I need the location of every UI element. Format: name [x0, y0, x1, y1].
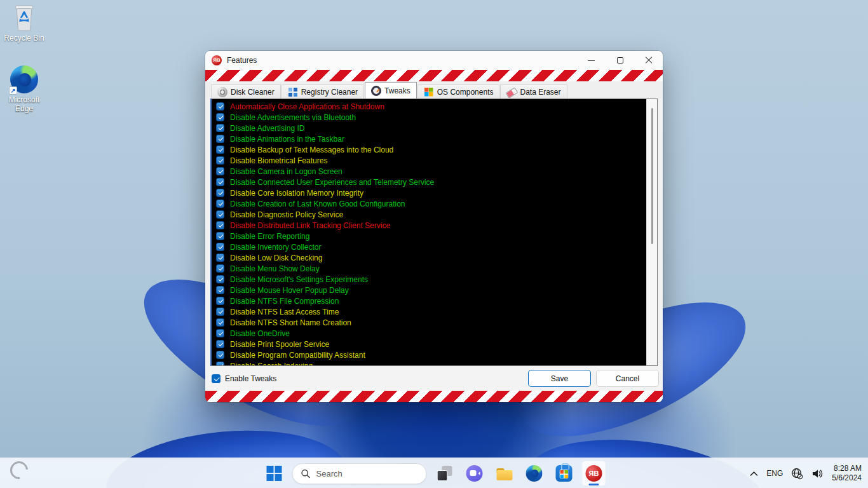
- close-button[interactable]: [634, 51, 663, 70]
- tweak-row[interactable]: Disable Camera in Logon Screen: [212, 166, 646, 177]
- tweak-checkbox[interactable]: [216, 297, 224, 305]
- tweak-row[interactable]: Disable Inventory Collector: [212, 241, 646, 252]
- desktop-icon-microsoft-edge[interactable]: ↗ Microsoft Edge: [0, 65, 48, 113]
- tweak-row[interactable]: Disable Creation of Last Known Good Conf…: [212, 198, 646, 209]
- network-globe-icon[interactable]: [791, 468, 803, 480]
- tweak-row[interactable]: Disable Low Disk Checking: [212, 252, 646, 263]
- tab-tweaks[interactable]: Tweaks: [365, 82, 417, 98]
- tray-clock[interactable]: 8:28 AM 5/6/2024: [832, 464, 862, 483]
- taskbar-search[interactable]: Search: [292, 463, 427, 484]
- titlebar[interactable]: ЯB Features: [205, 51, 663, 70]
- tweak-checkbox[interactable]: [216, 210, 224, 219]
- tweak-row[interactable]: Disable OneDrive: [212, 328, 646, 339]
- tweak-checkbox[interactable]: [216, 178, 224, 186]
- save-button[interactable]: Save: [528, 370, 591, 387]
- tweak-checkbox[interactable]: [216, 264, 224, 273]
- tweak-checkbox[interactable]: [216, 362, 224, 365]
- hazard-stripe-bottom: [205, 391, 663, 402]
- tab-data-eraser[interactable]: Data Eraser: [500, 85, 567, 98]
- volume-icon[interactable]: [811, 468, 824, 479]
- tweak-checkbox[interactable]: [216, 329, 224, 337]
- shortcut-arrow-icon: ↗: [9, 86, 17, 95]
- minimize-button[interactable]: [577, 51, 606, 70]
- tweak-checkbox[interactable]: [216, 221, 224, 229]
- tweak-checkbox[interactable]: [216, 232, 224, 240]
- chat-icon: [466, 465, 483, 482]
- tweak-row[interactable]: Disable Backup of Text Messages into the…: [212, 144, 646, 155]
- tweak-checkbox[interactable]: [216, 340, 224, 348]
- tweak-row[interactable]: Disable Biometrical Features: [212, 155, 646, 166]
- tweak-label: Disable OneDrive: [230, 329, 290, 338]
- tweak-row[interactable]: Disable Program Compatibility Assistant: [212, 349, 646, 360]
- task-view-button[interactable]: [433, 461, 457, 486]
- tab-disk-cleaner[interactable]: Disk Cleaner: [211, 85, 281, 98]
- tweak-row[interactable]: Disable Advertisements via Bluetooth: [212, 112, 646, 123]
- tweak-label: Disable Advertising ID: [230, 124, 304, 133]
- tweak-row[interactable]: Disable Connected User Experiences and T…: [212, 177, 646, 187]
- tweak-row[interactable]: Disable Animations in the Taskbar: [212, 133, 646, 144]
- tweak-checkbox[interactable]: [216, 124, 224, 132]
- tweak-checkbox[interactable]: [216, 200, 224, 208]
- taskbar: Search ЯB ENG 8: [0, 458, 868, 488]
- tweak-row[interactable]: Disable Diagnostic Policy Service: [212, 209, 646, 220]
- tweak-label: Disable Animations in the Taskbar: [230, 135, 344, 144]
- tweak-row[interactable]: Disable Distributed Link Tracking Client…: [212, 220, 646, 231]
- tweak-checkbox[interactable]: [216, 102, 224, 111]
- cancel-button[interactable]: Cancel: [596, 370, 659, 387]
- app-logo-icon: ЯB: [586, 465, 602, 482]
- tweak-row[interactable]: Disable Advertising ID: [212, 123, 646, 133]
- tweak-checkbox[interactable]: [216, 156, 224, 165]
- desktop-icon-label: Recycle Bin: [0, 34, 48, 43]
- disk-icon: [217, 87, 227, 97]
- tweak-row[interactable]: Disable Mouse Hover Popup Delay: [212, 285, 646, 295]
- file-explorer-button[interactable]: [492, 461, 517, 486]
- tweak-row[interactable]: Disable NTFS Short Name Creation: [212, 317, 646, 328]
- tweak-checkbox[interactable]: [216, 189, 224, 197]
- tab-label: Disk Cleaner: [231, 88, 275, 97]
- tab-registry-cleaner[interactable]: Registry Cleaner: [281, 85, 364, 98]
- task-view-icon: [437, 466, 452, 481]
- tweak-row[interactable]: Disable NTFS Last Access Time: [212, 306, 646, 317]
- tweak-row[interactable]: Disable Print Spooler Service: [212, 339, 646, 349]
- tray-chevron-up-icon[interactable]: [750, 471, 758, 477]
- tweak-row[interactable]: Disable NTFS File Compression: [212, 295, 646, 306]
- tweak-checkbox[interactable]: [216, 286, 224, 294]
- tweak-checkbox[interactable]: [216, 318, 224, 327]
- tweak-row[interactable]: Disable Core Isolation Memory Integrity: [212, 187, 646, 198]
- enable-tweaks-checkbox[interactable]: [212, 374, 220, 383]
- microsoft-store-button[interactable]: [552, 461, 576, 486]
- tweak-checkbox[interactable]: [216, 243, 224, 251]
- tab-label: OS Components: [437, 88, 494, 97]
- tweak-checkbox[interactable]: [216, 308, 224, 316]
- tab-os-components[interactable]: OS Components: [417, 85, 500, 98]
- registry-icon: [288, 87, 298, 97]
- tweak-checkbox[interactable]: [216, 113, 224, 121]
- tweak-checkbox[interactable]: [216, 146, 224, 154]
- tweak-row[interactable]: Automatically Close Applications at Shut…: [212, 101, 646, 112]
- tweak-checkbox[interactable]: [216, 135, 224, 143]
- tweak-label: Disable Mouse Hover Popup Delay: [230, 286, 349, 295]
- tweak-checkbox[interactable]: [216, 275, 224, 283]
- scrollbar-thumb[interactable]: [651, 108, 653, 244]
- maximize-button[interactable]: [606, 51, 634, 70]
- desktop-icon-recycle-bin[interactable]: Recycle Bin: [0, 4, 48, 43]
- eraser-icon: [506, 87, 517, 97]
- chat-button[interactable]: [463, 461, 487, 486]
- app-logo-icon: ЯB: [212, 55, 222, 65]
- tweak-label: Disable Backup of Text Messages into the…: [230, 146, 393, 154]
- tweak-checkbox[interactable]: [216, 254, 224, 262]
- tweak-row[interactable]: Disable Search Indexing: [212, 360, 646, 365]
- edge-button[interactable]: [522, 461, 546, 486]
- tweak-label: Automatically Close Applications at Shut…: [230, 102, 384, 111]
- features-app-button[interactable]: ЯB: [582, 461, 606, 486]
- search-icon: [301, 469, 311, 478]
- language-indicator[interactable]: ENG: [766, 469, 783, 478]
- tweaks-list[interactable]: Automatically Close Applications at Shut…: [212, 99, 646, 365]
- start-button[interactable]: [262, 461, 287, 486]
- tweak-row[interactable]: Disable Microsoft's Settings Experiments: [212, 274, 646, 285]
- tweak-checkbox[interactable]: [216, 167, 224, 175]
- tweak-row[interactable]: Disable Error Reporting: [212, 231, 646, 241]
- tweak-checkbox[interactable]: [216, 351, 224, 359]
- scrollbar[interactable]: [646, 99, 657, 365]
- tweak-row[interactable]: Disable Menu Show Delay: [212, 263, 646, 274]
